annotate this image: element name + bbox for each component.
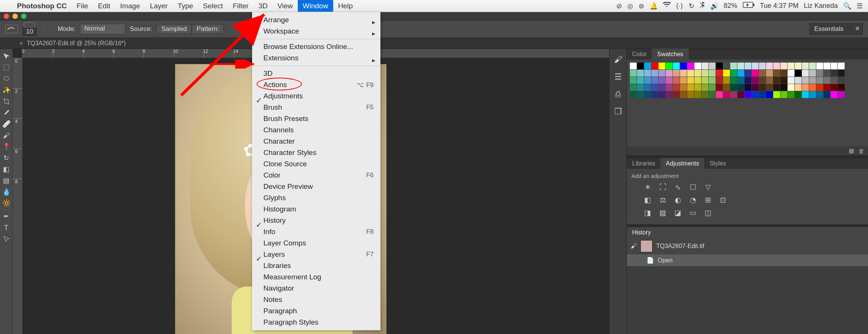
color-lookup-icon[interactable]: ⊡ xyxy=(718,196,728,205)
swatch[interactable] xyxy=(716,77,723,84)
clone-stamp-tool-icon[interactable]: 📍 xyxy=(1,141,12,152)
swatch[interactable] xyxy=(823,70,830,77)
swatch[interactable] xyxy=(716,84,723,91)
document-tab-title[interactable]: TQ3A2607-Edit.tif @ 25% (RGB/16*) xyxy=(27,40,126,47)
photo-filter-icon[interactable]: ◔ xyxy=(688,196,698,205)
marquee-tool-icon[interactable] xyxy=(1,62,12,73)
channel-mixer-icon[interactable]: ⊞ xyxy=(703,196,713,205)
swatch[interactable] xyxy=(730,70,737,77)
swatch[interactable] xyxy=(752,77,759,84)
mode-select[interactable]: Normal xyxy=(80,24,125,34)
close-tab-icon[interactable]: × xyxy=(20,40,23,46)
swatch[interactable] xyxy=(659,84,665,91)
do-not-disturb-icon[interactable]: ⊘ xyxy=(616,2,622,10)
window-menu-character[interactable]: Character xyxy=(252,136,380,147)
swatch[interactable] xyxy=(709,70,716,77)
swatch[interactable] xyxy=(809,77,816,84)
swatch[interactable] xyxy=(716,63,723,69)
swatch[interactable] xyxy=(694,77,701,84)
swatch[interactable] xyxy=(737,84,744,91)
menubar-item-select[interactable]: Select xyxy=(198,0,228,12)
swatch[interactable] xyxy=(766,77,773,84)
window-menu-notes[interactable]: Notes xyxy=(252,294,380,305)
swatch[interactable] xyxy=(780,84,787,91)
swatch[interactable] xyxy=(651,63,658,69)
curves-icon[interactable]: ∿ xyxy=(673,183,683,193)
swatch[interactable] xyxy=(673,70,680,77)
swatch[interactable] xyxy=(673,77,680,84)
window-menu-character-styles[interactable]: Character Styles xyxy=(252,147,380,158)
volume-icon[interactable]: 🔊 xyxy=(710,2,719,10)
swatch[interactable] xyxy=(745,77,751,84)
new-swatch-icon[interactable]: ▦ xyxy=(849,147,854,154)
swatch[interactable] xyxy=(630,70,637,77)
brush-tool-icon[interactable]: 🖌 xyxy=(1,130,12,141)
swatch[interactable] xyxy=(838,91,845,98)
menubar-item-type[interactable]: Type xyxy=(173,0,198,12)
window-menu-layer-comps[interactable]: Layer Comps xyxy=(252,237,380,249)
swatch[interactable] xyxy=(788,70,794,77)
tab-styles[interactable]: Styles xyxy=(704,158,731,169)
swatch[interactable] xyxy=(709,91,716,98)
swatch[interactable] xyxy=(773,77,780,84)
window-menu-brush-presets[interactable]: Brush Presets xyxy=(252,113,380,124)
swatch[interactable] xyxy=(702,77,708,84)
zoom-window[interactable] xyxy=(21,14,26,19)
color-balance-icon[interactable]: ⚖ xyxy=(658,196,668,205)
swatch[interactable] xyxy=(644,91,651,98)
swatch[interactable] xyxy=(838,84,845,91)
swatch[interactable] xyxy=(730,91,737,98)
swatch[interactable] xyxy=(831,77,837,84)
swatch[interactable] xyxy=(659,77,665,84)
3d-panel-icon[interactable]: ❒ xyxy=(613,106,623,117)
swatch[interactable] xyxy=(831,84,837,91)
source-sampled[interactable]: Sampled xyxy=(157,24,192,34)
swatch[interactable] xyxy=(766,91,773,98)
crop-tool-icon[interactable] xyxy=(1,96,12,107)
menu-extras-icon[interactable]: ☰ xyxy=(857,2,863,10)
swatch[interactable] xyxy=(716,91,723,98)
swatch[interactable] xyxy=(709,63,716,69)
swatch[interactable] xyxy=(637,77,644,84)
swatch[interactable] xyxy=(637,84,644,91)
window-menu-3d[interactable]: 3D xyxy=(252,68,380,79)
eyedropper-tool-icon[interactable] xyxy=(1,107,12,118)
swatch[interactable] xyxy=(637,91,644,98)
username[interactable]: Liz Kaneda xyxy=(804,2,838,10)
swatch[interactable] xyxy=(644,70,651,77)
gradient-map-icon[interactable]: ▭ xyxy=(688,208,698,218)
battery-icon[interactable] xyxy=(743,2,755,10)
tab-libraries[interactable]: Libraries xyxy=(627,158,660,169)
tab-adjustments[interactable]: Adjustments xyxy=(660,158,704,169)
history-step-open[interactable]: 📄 Open xyxy=(627,254,868,266)
swatch[interactable] xyxy=(809,70,816,77)
swatch[interactable] xyxy=(694,84,701,91)
swatch[interactable] xyxy=(759,70,766,77)
swatch[interactable] xyxy=(659,63,665,69)
swatch[interactable] xyxy=(780,70,787,77)
swatch[interactable] xyxy=(644,84,651,91)
swatch[interactable] xyxy=(759,84,766,91)
window-menu-paragraph-styles[interactable]: Paragraph Styles xyxy=(252,317,380,328)
swatch[interactable] xyxy=(666,63,673,69)
levels-icon[interactable]: ⛶ xyxy=(658,183,668,193)
swatch[interactable] xyxy=(823,77,830,84)
swatch[interactable] xyxy=(816,70,823,77)
menubar-item-3d[interactable]: 3D xyxy=(254,0,272,12)
swatch[interactable] xyxy=(823,84,830,91)
window-menu-arrange[interactable]: Arrange xyxy=(252,14,380,26)
swatch[interactable] xyxy=(823,91,830,98)
swatch[interactable] xyxy=(766,70,773,77)
swatch[interactable] xyxy=(644,77,651,84)
brush-preview[interactable] xyxy=(24,22,35,28)
bw-icon[interactable]: ◐ xyxy=(673,196,683,205)
swatch[interactable] xyxy=(730,77,737,84)
swatch[interactable] xyxy=(630,77,637,84)
window-menu-clone-source[interactable]: Clone Source xyxy=(252,158,380,170)
menubar-item-window[interactable]: Window xyxy=(298,0,333,12)
path-select-tool-icon[interactable] xyxy=(1,233,12,245)
swatch[interactable] xyxy=(773,91,780,98)
swatch[interactable] xyxy=(737,91,744,98)
swatch[interactable] xyxy=(666,84,673,91)
swatch[interactable] xyxy=(809,63,816,69)
